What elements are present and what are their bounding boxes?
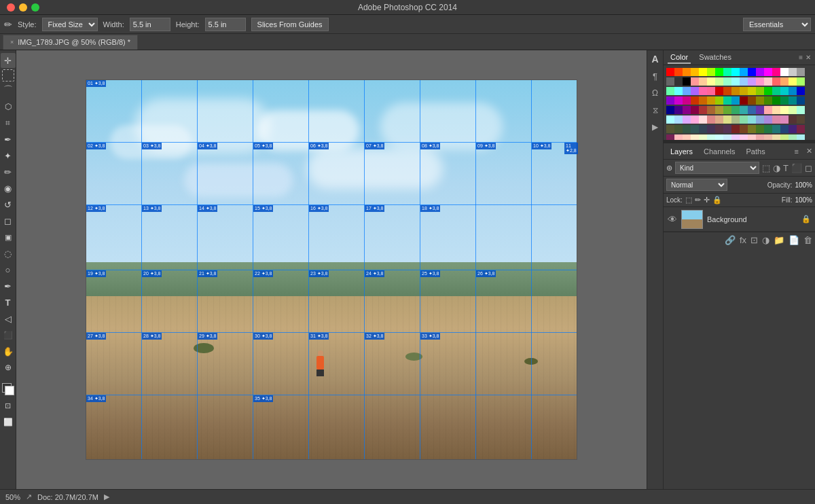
filter-type-icon[interactable]: T bbox=[783, 163, 789, 173]
color-swatch[interactable] bbox=[764, 106, 772, 114]
color-swatch[interactable] bbox=[764, 87, 772, 95]
color-swatch[interactable] bbox=[666, 134, 674, 140]
color-swatch[interactable] bbox=[797, 106, 805, 114]
type-tool[interactable]: T bbox=[1, 295, 16, 310]
color-swatch[interactable] bbox=[699, 106, 707, 114]
color-swatch[interactable] bbox=[780, 125, 789, 133]
color-swatch[interactable] bbox=[666, 96, 674, 105]
crop-tool[interactable]: ⌗ bbox=[1, 115, 16, 130]
color-swatch[interactable] bbox=[723, 77, 731, 86]
color-swatch[interactable] bbox=[707, 77, 715, 86]
layers-panel-menu-icon[interactable]: ≡ bbox=[795, 147, 799, 156]
color-swatch[interactable] bbox=[740, 134, 748, 140]
shape-tool[interactable]: ⬛ bbox=[1, 327, 16, 342]
color-swatch[interactable] bbox=[691, 87, 699, 95]
color-swatch[interactable] bbox=[674, 115, 683, 124]
color-swatch[interactable] bbox=[691, 96, 699, 105]
filter-kind-select[interactable]: Kind bbox=[675, 162, 759, 174]
color-swatch[interactable] bbox=[772, 125, 780, 133]
color-swatch[interactable] bbox=[683, 68, 691, 76]
color-swatch[interactable] bbox=[740, 106, 748, 114]
color-swatch[interactable] bbox=[731, 115, 740, 124]
color-swatch[interactable] bbox=[699, 96, 707, 105]
layer-item-background[interactable]: 👁 Background 🔒 bbox=[664, 207, 815, 232]
color-swatch[interactable] bbox=[756, 87, 764, 95]
color-swatch[interactable] bbox=[674, 77, 683, 86]
color-swatch[interactable] bbox=[797, 77, 805, 86]
color-swatch[interactable] bbox=[740, 96, 748, 105]
maximize-button[interactable] bbox=[31, 3, 39, 12]
stamp-tool[interactable]: ◉ bbox=[1, 181, 16, 196]
color-swatch[interactable] bbox=[691, 125, 699, 133]
color-swatch[interactable] bbox=[715, 134, 723, 140]
color-swatch[interactable] bbox=[789, 106, 797, 114]
color-swatch[interactable] bbox=[797, 96, 805, 105]
gradient-tool[interactable]: ▣ bbox=[1, 230, 16, 245]
color-swatch[interactable] bbox=[748, 87, 756, 95]
color-swatch[interactable] bbox=[666, 115, 674, 124]
color-swatch[interactable] bbox=[731, 125, 740, 133]
new-group-icon[interactable]: 📁 bbox=[774, 235, 784, 245]
paragraph-icon[interactable]: ¶ bbox=[648, 69, 663, 84]
color-swatch[interactable] bbox=[789, 115, 797, 124]
color-swatch[interactable] bbox=[764, 96, 772, 105]
layer-visibility-icon[interactable]: 👁 bbox=[668, 214, 677, 225]
color-swatch[interactable] bbox=[789, 87, 797, 95]
color-swatch[interactable] bbox=[683, 134, 691, 140]
color-swatch[interactable] bbox=[666, 87, 674, 95]
color-swatch[interactable] bbox=[789, 77, 797, 86]
tab-paths[interactable]: Paths bbox=[744, 146, 768, 157]
color-swatch[interactable] bbox=[764, 125, 772, 133]
color-swatch[interactable] bbox=[789, 125, 797, 133]
link-layers-icon[interactable]: 🔗 bbox=[725, 235, 736, 245]
panel-options-icon[interactable]: ✕ bbox=[805, 54, 811, 61]
lasso-tool[interactable]: ⌒ bbox=[1, 83, 16, 98]
status-arrow-icon[interactable]: ▶ bbox=[104, 492, 109, 501]
color-swatch[interactable] bbox=[707, 106, 715, 114]
color-swatch[interactable] bbox=[740, 77, 748, 86]
color-swatch[interactable] bbox=[731, 106, 740, 114]
color-swatch[interactable] bbox=[748, 125, 756, 133]
color-swatch[interactable] bbox=[715, 125, 723, 133]
document-tab[interactable]: × IMG_1789.JPG @ 50% (RGB/8) * bbox=[3, 35, 138, 50]
color-swatch[interactable] bbox=[683, 96, 691, 105]
color-swatch[interactable] bbox=[772, 77, 780, 86]
minimize-button[interactable] bbox=[19, 3, 27, 12]
color-swatch[interactable] bbox=[740, 125, 748, 133]
color-swatch[interactable] bbox=[780, 68, 789, 76]
color-swatch[interactable] bbox=[772, 96, 780, 105]
marquee-tool[interactable] bbox=[2, 69, 14, 82]
add-adjustment-icon[interactable]: ◑ bbox=[762, 235, 769, 245]
tab-swatches[interactable]: Swatches bbox=[696, 52, 734, 64]
color-swatch[interactable] bbox=[780, 106, 789, 114]
color-swatch[interactable] bbox=[789, 96, 797, 105]
color-swatch[interactable] bbox=[691, 134, 699, 140]
actions-icon[interactable]: ▶ bbox=[648, 120, 663, 134]
color-swatch[interactable] bbox=[780, 134, 789, 140]
color-swatch[interactable] bbox=[797, 87, 805, 95]
color-swatch[interactable] bbox=[674, 87, 683, 95]
foreground-color[interactable] bbox=[1, 382, 16, 397]
color-swatch[interactable] bbox=[772, 68, 780, 76]
color-swatch[interactable] bbox=[707, 134, 715, 140]
color-swatch[interactable] bbox=[723, 125, 731, 133]
color-swatch[interactable] bbox=[691, 115, 699, 124]
color-swatch[interactable] bbox=[789, 134, 797, 140]
color-swatch[interactable] bbox=[666, 68, 674, 76]
color-swatch[interactable] bbox=[764, 115, 772, 124]
dodge-tool[interactable]: ○ bbox=[1, 262, 16, 277]
close-button[interactable] bbox=[7, 3, 15, 12]
layers-add-icon[interactable]: ✕ bbox=[806, 147, 812, 156]
color-swatch[interactable] bbox=[715, 96, 723, 105]
color-swatch[interactable] bbox=[707, 125, 715, 133]
lock-position-icon[interactable]: ✏ bbox=[695, 196, 701, 204]
color-swatch[interactable] bbox=[666, 125, 674, 133]
status-share-icon[interactable]: ↗ bbox=[26, 492, 32, 501]
spot-heal-tool[interactable]: ✦ bbox=[1, 148, 16, 163]
color-swatch[interactable] bbox=[731, 134, 740, 140]
color-swatch[interactable] bbox=[674, 96, 683, 105]
canvas-area[interactable]: 01 ✦3,8 02 ✦3,8 03 ✦3,8 04 ✦3,8 05 ✦3,8 … bbox=[16, 50, 647, 489]
filter-shape-icon[interactable]: ⬛ bbox=[791, 163, 802, 173]
color-swatch[interactable] bbox=[748, 68, 756, 76]
color-swatch[interactable] bbox=[723, 96, 731, 105]
